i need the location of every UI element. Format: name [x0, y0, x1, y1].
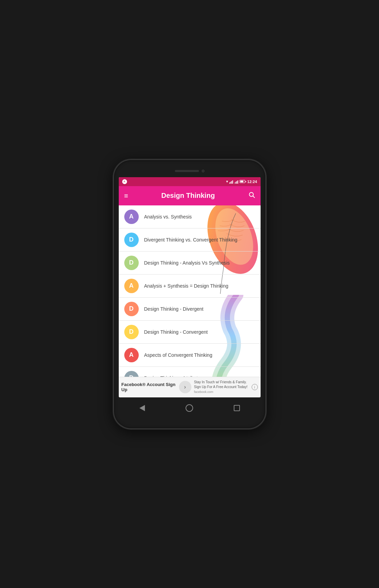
ad-arrow-button[interactable]: ›: [179, 381, 191, 393]
list-item-text: Design Thinking - Convergent: [144, 329, 208, 335]
list-avatar: A: [124, 210, 139, 224]
list-item-text: Analysis vs. Synthesis: [144, 214, 192, 220]
list-container: A Analysis vs. Synthesis D Divergent Thi…: [119, 205, 261, 377]
wifi-icon: ▾: [226, 180, 228, 183]
list-avatar: D: [124, 325, 139, 339]
list-avatar: D: [124, 302, 139, 316]
list-item[interactable]: D Design Thinking - Convergent: [119, 321, 261, 344]
status-left: A: [122, 179, 127, 184]
list-item-text: Design Thinking - Divergent: [144, 306, 204, 312]
nav-home-button[interactable]: [184, 403, 194, 413]
nav-back-button[interactable]: [137, 403, 147, 413]
app-title: Design Thinking: [128, 192, 248, 200]
status-right: ▾ 12:24: [226, 180, 257, 184]
list-avatar: D: [124, 233, 139, 247]
phone-frame: A ▾: [114, 160, 265, 428]
battery-icon: [240, 180, 245, 183]
phone-bottom-bar: [119, 399, 261, 417]
list-item[interactable]: D Design Thinking - Attributes: [119, 367, 261, 377]
ad-info-icon[interactable]: i: [252, 384, 258, 390]
list-item[interactable]: A Analysis + Synthesis = Design Thinking: [119, 275, 261, 298]
list-item-text: Divergent Thinking vs. Convergent Thinki…: [144, 237, 238, 243]
ad-title: Facebook® Account Sign Up: [122, 382, 176, 392]
list-avatar: A: [124, 348, 139, 362]
list-item[interactable]: D Divergent Thinking vs. Convergent Thin…: [119, 228, 261, 252]
list-item[interactable]: A Aspects of Convergent Thinking: [119, 344, 261, 367]
signal-icon: [229, 180, 233, 184]
app-header: ≡ Design Thinking: [119, 186, 261, 205]
android-icon: A: [122, 179, 127, 184]
list-item[interactable]: D Design Thinking - Divergent: [119, 298, 261, 321]
list-items-container: A Analysis vs. Synthesis D Divergent Thi…: [119, 205, 261, 377]
list-item-text: Analysis + Synthesis = Design Thinking: [144, 283, 229, 289]
svg-line-1: [253, 196, 254, 198]
nav-home-icon: [186, 404, 193, 412]
speaker-grille: [175, 170, 199, 172]
phone-top-bar: [119, 166, 261, 176]
signal-icon-2: [234, 180, 238, 184]
search-icon[interactable]: [248, 191, 255, 200]
list-avatar: A: [124, 279, 139, 293]
battery-fill: [240, 181, 243, 182]
list-avatar: D: [124, 256, 139, 270]
ad-right-text: Stay In Touch w/ Friends & Family. Sign …: [194, 380, 249, 394]
front-camera: [202, 170, 204, 172]
nav-recents-button[interactable]: [232, 403, 242, 413]
list-item[interactable]: D Design Thinking - Analysis Vs Synthesi…: [119, 252, 261, 275]
status-time: 12:24: [247, 180, 257, 184]
list-avatar: D: [124, 371, 139, 377]
list-item-text: Aspects of Convergent Thinking: [144, 352, 212, 358]
menu-icon[interactable]: ≡: [124, 192, 128, 199]
nav-back-icon: [139, 405, 145, 411]
list-item[interactable]: A Analysis vs. Synthesis: [119, 205, 261, 228]
status-bar: A ▾: [119, 177, 261, 186]
phone-screen: A ▾: [119, 177, 261, 397]
nav-recents-icon: [234, 405, 240, 411]
ad-text-block: Facebook® Account Sign Up: [122, 382, 176, 392]
list-item-text: Design Thinking - Analysis Vs Synthesis: [144, 260, 230, 266]
ad-banner[interactable]: Facebook® Account Sign Up › Stay In Touc…: [119, 377, 261, 397]
